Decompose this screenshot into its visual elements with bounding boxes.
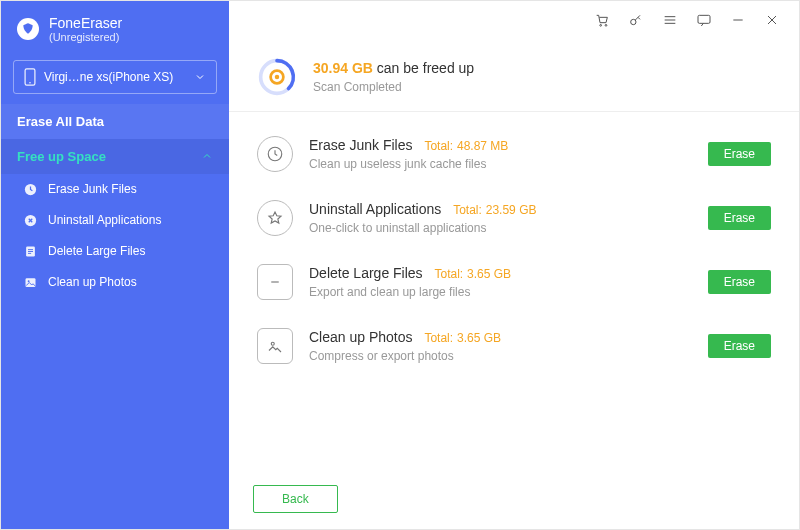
sidebar-item-erase-junk[interactable]: Erase Junk Files xyxy=(7,174,229,205)
footer: Back xyxy=(229,473,799,529)
key-icon[interactable] xyxy=(627,11,645,29)
svg-point-15 xyxy=(271,342,274,345)
row-title: Clean up Photos Total: 3.65 GB xyxy=(309,329,708,345)
sidebar-item-label: Erase Junk Files xyxy=(48,182,137,196)
summary-tail: can be freed up xyxy=(377,60,474,76)
summary-status: Scan Completed xyxy=(313,80,474,94)
device-label: Virgi…ne xs(iPhone XS) xyxy=(44,70,173,84)
menu-icon[interactable] xyxy=(661,11,679,29)
erase-button[interactable]: Erase xyxy=(708,334,771,358)
action-list: Erase Junk Files Total: 48.87 MB Clean u… xyxy=(229,112,799,378)
nav-free-up-label: Free up Space xyxy=(17,149,106,164)
cart-icon[interactable] xyxy=(593,11,611,29)
main-panel: 30.94 GB can be freed up Scan Completed … xyxy=(229,1,799,529)
app-name: FoneEraser xyxy=(49,15,122,31)
minus-icon xyxy=(257,264,293,300)
row-sub: Clean up useless junk cache files xyxy=(309,157,708,171)
device-selector[interactable]: Virgi…ne xs(iPhone XS) xyxy=(13,60,217,94)
row-photos: Clean up Photos Total: 3.65 GB Compress … xyxy=(253,314,775,378)
target-icon xyxy=(257,57,297,97)
sidebar: FoneEraser (Unregistered) Virgi…ne xs(iP… xyxy=(1,1,229,529)
erase-button[interactable]: Erase xyxy=(708,206,771,230)
brand: FoneEraser (Unregistered) xyxy=(1,1,229,54)
sidebar-item-photos[interactable]: Clean up Photos xyxy=(7,267,229,298)
svg-point-1 xyxy=(29,82,31,84)
erase-button[interactable]: Erase xyxy=(708,270,771,294)
feedback-icon[interactable] xyxy=(695,11,713,29)
close-icon[interactable] xyxy=(763,11,781,29)
svg-point-8 xyxy=(605,24,607,26)
titlebar xyxy=(229,1,799,39)
row-title: Uninstall Applications Total: 23.59 GB xyxy=(309,201,708,217)
row-sub: One-click to uninstall applications xyxy=(309,221,708,235)
sidebar-item-large-files[interactable]: Delete Large Files xyxy=(7,236,229,267)
sidebar-item-label: Delete Large Files xyxy=(48,244,145,258)
sidebar-subnav: Erase Junk Files Uninstall Applications … xyxy=(1,174,229,298)
row-sub: Export and clean up large files xyxy=(309,285,708,299)
file-icon xyxy=(23,244,38,259)
svg-rect-10 xyxy=(698,15,710,23)
clock-icon xyxy=(23,182,38,197)
sidebar-item-label: Clean up Photos xyxy=(48,275,137,289)
summary: 30.94 GB can be freed up Scan Completed xyxy=(229,39,799,112)
summary-size: 30.94 GB xyxy=(313,60,373,76)
phone-icon xyxy=(24,68,36,86)
svg-rect-5 xyxy=(26,278,36,287)
sidebar-item-label: Uninstall Applications xyxy=(48,213,161,227)
star-icon xyxy=(257,200,293,236)
image-icon xyxy=(257,328,293,364)
nav-erase-all-label: Erase All Data xyxy=(17,114,104,129)
row-large-files: Delete Large Files Total: 3.65 GB Export… xyxy=(253,250,775,314)
uninstall-icon xyxy=(23,213,38,228)
svg-point-7 xyxy=(600,24,602,26)
row-title: Delete Large Files Total: 3.65 GB xyxy=(309,265,708,281)
sidebar-item-uninstall[interactable]: Uninstall Applications xyxy=(7,205,229,236)
back-button[interactable]: Back xyxy=(253,485,338,513)
minimize-icon[interactable] xyxy=(729,11,747,29)
nav-free-up-space[interactable]: Free up Space xyxy=(1,139,229,174)
app-logo-icon xyxy=(17,18,39,40)
row-uninstall: Uninstall Applications Total: 23.59 GB O… xyxy=(253,186,775,250)
chevron-down-icon xyxy=(194,71,206,83)
summary-headline: 30.94 GB can be freed up xyxy=(313,60,474,76)
row-title: Erase Junk Files Total: 48.87 MB xyxy=(309,137,708,153)
svg-point-9 xyxy=(631,19,636,24)
app-window: FoneEraser (Unregistered) Virgi…ne xs(iP… xyxy=(0,0,800,530)
app-status: (Unregistered) xyxy=(49,31,122,44)
nav-erase-all-data[interactable]: Erase All Data xyxy=(1,104,229,139)
photo-icon xyxy=(23,275,38,290)
svg-point-13 xyxy=(275,75,280,80)
row-erase-junk: Erase Junk Files Total: 48.87 MB Clean u… xyxy=(253,122,775,186)
clock-icon xyxy=(257,136,293,172)
chevron-up-icon xyxy=(201,150,213,162)
row-sub: Compress or export photos xyxy=(309,349,708,363)
erase-button[interactable]: Erase xyxy=(708,142,771,166)
